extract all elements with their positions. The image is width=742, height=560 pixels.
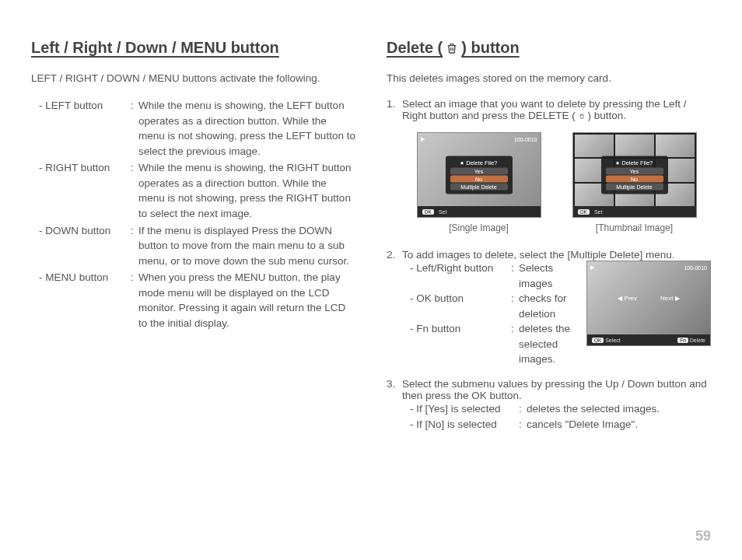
def-body: When you press the MENU button, the play… bbox=[138, 270, 355, 331]
ok-key: OK bbox=[578, 209, 590, 215]
play-icon: ▶ bbox=[421, 136, 425, 142]
counter: 100-0010 bbox=[514, 137, 537, 142]
step-2: 2. To add images to delete, select the [… bbox=[387, 249, 711, 367]
delete-dialog: ●Delete File? Yes No Multiple Delete bbox=[601, 156, 668, 194]
trash-icon bbox=[579, 113, 585, 120]
opt-yes: Yes bbox=[606, 168, 663, 175]
def-term: - RIGHT button bbox=[31, 160, 131, 221]
opt-multiple: Multiple Delete bbox=[450, 184, 508, 191]
single-image-screen: ▶ 100-0010 ●Delete File? Yes No Multiple… bbox=[417, 132, 541, 218]
definition-list: - LEFT button:While the menu is showing,… bbox=[31, 98, 355, 331]
opt-multiple: Multiple Delete bbox=[606, 184, 663, 191]
opt-no: No bbox=[606, 176, 663, 183]
def-body: While the menu is showing, the LEFT butt… bbox=[138, 98, 355, 159]
play-icon: ▶ bbox=[590, 264, 594, 271]
caption-single: [Single Image] bbox=[417, 222, 541, 233]
def-term: - MENU button bbox=[31, 270, 131, 331]
left-title: Left / Right / Down / MENU button bbox=[31, 39, 355, 57]
opt-no: No bbox=[450, 176, 508, 183]
def-body: While the menu is showing, the RIGHT but… bbox=[138, 160, 355, 221]
delete-dialog: ●Delete File? Yes No Multiple Delete bbox=[446, 156, 513, 194]
multiple-delete-screen: ◀ Prev Next ▶ ▶ 100-0010 OK Select Fn De… bbox=[586, 261, 711, 346]
step-3: 3. Select the submenu values by pressing… bbox=[387, 378, 711, 432]
page-number: 59 bbox=[695, 528, 711, 544]
thumbnail-image-screen: ●Delete File? Yes No Multiple Delete OK … bbox=[572, 132, 697, 218]
right-intro: This deletes images stored on the memory… bbox=[387, 72, 711, 84]
ok-key: OK bbox=[422, 209, 434, 215]
step-1: 1. Select an image that you want to dele… bbox=[387, 98, 711, 238]
ok-key: OK bbox=[592, 338, 604, 343]
def-term: - LEFT button bbox=[31, 98, 131, 159]
left-column: Left / Right / Down / MENU button LEFT /… bbox=[31, 39, 355, 443]
left-intro: LEFT / RIGHT / DOWN / MENU buttons activ… bbox=[31, 72, 355, 84]
caption-thumb: [Thumbnail Image] bbox=[572, 222, 697, 233]
def-term: - DOWN button bbox=[31, 223, 131, 269]
right-column: Delete ( ) button This deletes images st… bbox=[387, 39, 711, 443]
right-title: Delete ( ) button bbox=[387, 39, 711, 57]
counter: 100-0010 bbox=[684, 265, 707, 271]
opt-yes: Yes bbox=[450, 168, 508, 175]
trash-icon bbox=[446, 41, 458, 55]
def-body: If the menu is displayed Press the DOWN … bbox=[138, 223, 355, 269]
fn-key: Fn bbox=[677, 338, 688, 343]
